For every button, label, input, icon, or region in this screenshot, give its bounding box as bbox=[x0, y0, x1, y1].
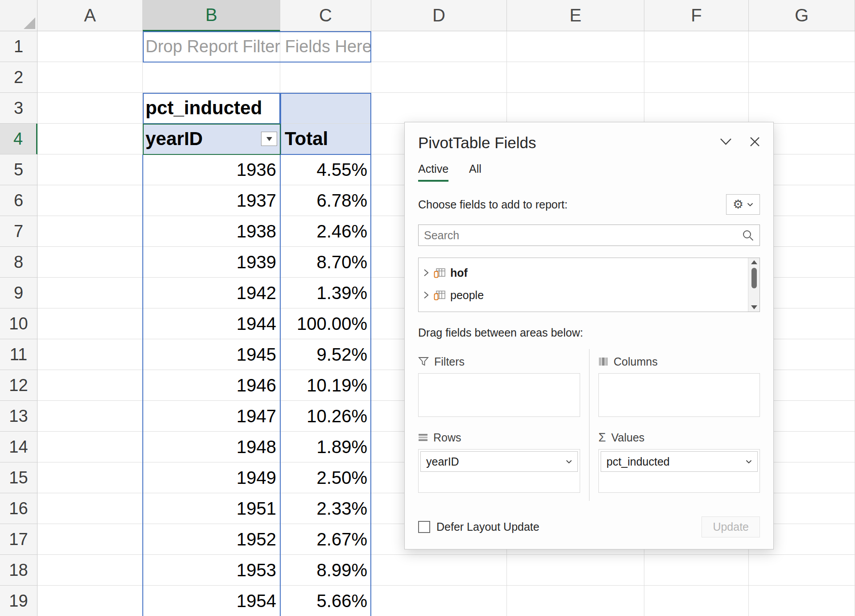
column-header-F[interactable]: F bbox=[644, 0, 749, 31]
cell-G19[interactable] bbox=[749, 586, 855, 616]
cell-A15[interactable] bbox=[37, 462, 143, 493]
cell-A16[interactable] bbox=[37, 493, 143, 524]
cell-A5[interactable] bbox=[37, 154, 143, 185]
filters-dropzone[interactable] bbox=[418, 373, 580, 417]
column-header-D[interactable]: D bbox=[371, 0, 507, 31]
columns-area[interactable]: Columns bbox=[589, 349, 760, 425]
cell-E19[interactable] bbox=[507, 586, 644, 616]
row-header-5[interactable]: 5 bbox=[0, 154, 37, 185]
cell-A9[interactable] bbox=[37, 278, 143, 308]
cell-E18[interactable] bbox=[507, 555, 644, 586]
cell-D3[interactable] bbox=[371, 93, 507, 124]
row-header-13[interactable]: 13 bbox=[0, 401, 37, 432]
cell-C17[interactable]: 2.67% bbox=[280, 524, 371, 555]
cell-E1[interactable] bbox=[507, 31, 644, 62]
cell-B14[interactable]: 1948 bbox=[143, 432, 280, 462]
cell-A14[interactable] bbox=[37, 432, 143, 462]
cell-C18[interactable]: 8.99% bbox=[280, 555, 371, 586]
filters-area[interactable]: Filters bbox=[418, 349, 589, 425]
cell-G2[interactable] bbox=[749, 62, 855, 93]
cell-G1[interactable] bbox=[749, 31, 855, 62]
cell-C9[interactable]: 1.39% bbox=[280, 278, 371, 308]
tools-button[interactable]: ⚙ bbox=[726, 194, 760, 215]
row-header-14[interactable]: 14 bbox=[0, 432, 37, 462]
cell-A17[interactable] bbox=[37, 524, 143, 555]
cell-B19[interactable]: 1954 bbox=[143, 586, 280, 616]
row-header-2[interactable]: 2 bbox=[0, 62, 37, 93]
cell-F1[interactable] bbox=[644, 31, 749, 62]
cell-A4[interactable] bbox=[37, 124, 143, 154]
cell-C3[interactable] bbox=[280, 93, 371, 124]
cell-C14[interactable]: 1.89% bbox=[280, 432, 371, 462]
defer-layout-update[interactable]: Defer Layout Update bbox=[418, 520, 540, 533]
columns-dropzone[interactable] bbox=[598, 373, 760, 417]
column-header-A[interactable]: A bbox=[37, 0, 143, 31]
row-header-9[interactable]: 9 bbox=[0, 278, 37, 308]
row-header-6[interactable]: 6 bbox=[0, 185, 37, 216]
cell-A10[interactable] bbox=[37, 308, 143, 339]
rows-area[interactable]: Rows yearID bbox=[418, 425, 589, 501]
cell-C4[interactable]: Total bbox=[280, 124, 371, 154]
cell-B6[interactable]: 1937 bbox=[143, 185, 280, 216]
field-list-scrollbar[interactable] bbox=[748, 258, 760, 312]
cell-A12[interactable] bbox=[37, 370, 143, 401]
row-header-7[interactable]: 7 bbox=[0, 216, 37, 247]
cell-B18[interactable]: 1953 bbox=[143, 555, 280, 586]
cell-A19[interactable] bbox=[37, 586, 143, 616]
cell-B17[interactable]: 1952 bbox=[143, 524, 280, 555]
cell-E2[interactable] bbox=[507, 62, 644, 93]
row-header-8[interactable]: 8 bbox=[0, 247, 37, 278]
close-icon[interactable] bbox=[750, 137, 760, 147]
column-header-G[interactable]: G bbox=[749, 0, 855, 31]
chevron-down-icon[interactable] bbox=[720, 138, 732, 146]
cell-B15[interactable]: 1949 bbox=[143, 462, 280, 493]
cell-A13[interactable] bbox=[37, 401, 143, 432]
cell-C11[interactable]: 9.52% bbox=[280, 339, 371, 370]
cell-D1[interactable] bbox=[371, 31, 507, 62]
column-header-E[interactable]: E bbox=[507, 0, 644, 31]
cell-C7[interactable]: 2.46% bbox=[280, 216, 371, 247]
row-header-12[interactable]: 12 bbox=[0, 370, 37, 401]
row-header-3[interactable]: 3 bbox=[0, 93, 37, 124]
cell-C8[interactable]: 8.70% bbox=[280, 247, 371, 278]
cell-B1[interactable]: Drop Report Filter Fields Here bbox=[143, 31, 280, 62]
field-item-hof[interactable]: hof bbox=[423, 262, 746, 284]
scroll-up-icon[interactable] bbox=[751, 260, 757, 264]
cell-B12[interactable]: 1946 bbox=[143, 370, 280, 401]
cell-C5[interactable]: 4.55% bbox=[280, 154, 371, 185]
cell-A2[interactable] bbox=[37, 62, 143, 93]
cell-A7[interactable] bbox=[37, 216, 143, 247]
scroll-down-icon[interactable] bbox=[751, 305, 757, 309]
cell-B13[interactable]: 1947 bbox=[143, 401, 280, 432]
cell-C13[interactable]: 10.26% bbox=[280, 401, 371, 432]
cell-F19[interactable] bbox=[644, 586, 749, 616]
cell-A8[interactable] bbox=[37, 247, 143, 278]
row-header-10[interactable]: 10 bbox=[0, 308, 37, 339]
select-all-corner[interactable] bbox=[0, 0, 37, 31]
cell-B5[interactable]: 1936 bbox=[143, 154, 280, 185]
cell-E3[interactable] bbox=[507, 93, 644, 124]
row-header-16[interactable]: 16 bbox=[0, 493, 37, 524]
cell-G18[interactable] bbox=[749, 555, 855, 586]
search-icon[interactable] bbox=[742, 229, 754, 241]
column-header-C[interactable]: C bbox=[280, 0, 371, 31]
search-input[interactable] bbox=[424, 229, 742, 242]
cell-B7[interactable]: 1938 bbox=[143, 216, 280, 247]
cell-A1[interactable] bbox=[37, 31, 143, 62]
cell-B4[interactable]: yearID bbox=[143, 124, 280, 154]
values-field-pct-inducted[interactable]: pct_inducted bbox=[601, 451, 758, 472]
defer-checkbox[interactable] bbox=[418, 521, 430, 533]
cell-D2[interactable] bbox=[371, 62, 507, 93]
cell-A11[interactable] bbox=[37, 339, 143, 370]
cell-B11[interactable]: 1945 bbox=[143, 339, 280, 370]
rows-field-yearid[interactable]: yearID bbox=[420, 451, 578, 472]
scrollbar-thumb[interactable] bbox=[751, 268, 757, 288]
row-header-19[interactable]: 19 bbox=[0, 586, 37, 616]
cell-B10[interactable]: 1944 bbox=[143, 308, 280, 339]
cell-C19[interactable]: 5.66% bbox=[280, 586, 371, 616]
cell-F2[interactable] bbox=[644, 62, 749, 93]
cell-C12[interactable]: 10.19% bbox=[280, 370, 371, 401]
cell-D18[interactable] bbox=[371, 555, 507, 586]
cell-B16[interactable]: 1951 bbox=[143, 493, 280, 524]
cell-F3[interactable] bbox=[644, 93, 749, 124]
